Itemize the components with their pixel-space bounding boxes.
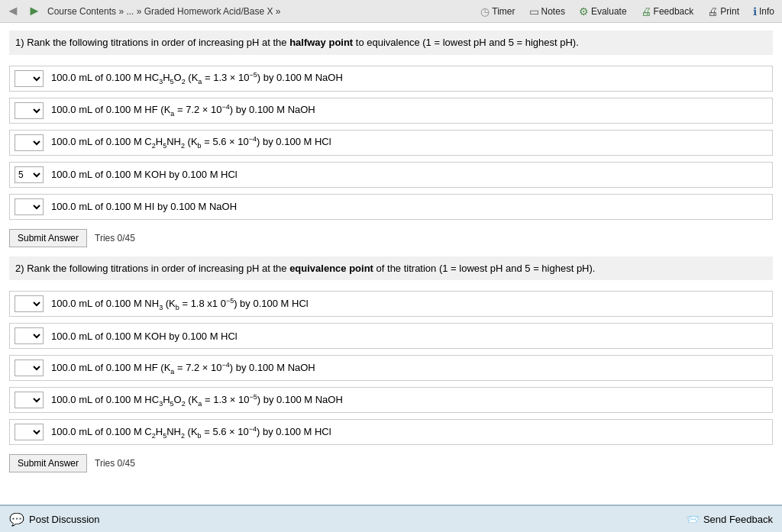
notes-button[interactable]: ▭ Notes [526,4,568,19]
q2-label-1: 100.0 mL of 0.100 M NH3 (Kb = 1.8 x1 0−5… [51,297,309,311]
q1-row-1: 1 2 3 4 5 100.0 mL of 0.100 M HC3H5O2 (K… [9,66,773,92]
question2-text: 2) Rank the following titrations in orde… [9,256,773,281]
q1-rank-select-5[interactable]: 1 2 3 4 5 [15,198,44,215]
toolbar: ◷ Timer ▭ Notes ⚙ Evaluate 🖨 Feedback 🖨 … [477,4,777,19]
q1-label-4: 100.0 mL of 0.100 M KOH by 0.100 M HCl [51,169,238,180]
q2-label-3: 100.0 mL of 0.100 M HF (Ka = 7.2 × 10−4)… [51,361,315,376]
q2-row-2: 1 2 3 4 5 100.0 mL of 0.100 M KOH by 0.1… [9,323,773,349]
q1-suffix: to equivalence (1 = lowest pH and 5 = hi… [353,37,579,48]
q1-bold: halfway point [289,37,353,48]
evaluate-label: Evaluate [591,6,627,17]
q1-row-4: 1 2 3 4 5 100.0 mL of 0.100 M KOH by 0.1… [9,162,773,188]
back-button[interactable]: ◄ [5,3,21,20]
timer-button[interactable]: ◷ Timer [477,4,518,19]
forward-button[interactable]: ► [26,3,43,20]
q2-label-4: 100.0 mL of 0.100 M HC3H5O2 (Ka = 1.3 × … [51,393,343,408]
q1-row-2: 1 2 3 4 5 100.0 mL of 0.100 M HF (Ka = 7… [9,98,773,124]
q2-label-2: 100.0 mL of 0.100 M KOH by 0.100 M HCl [51,330,238,342]
feedback-button[interactable]: 🖨 Feedback [638,4,697,19]
main-content: 1) Rank the following titrations in orde… [0,23,782,489]
notes-icon: ▭ [529,5,539,18]
q2-rank-select-1[interactable]: 1 2 3 4 5 [15,295,44,312]
info-icon: ℹ [753,5,757,18]
q2-row-1: 1 2 3 4 5 100.0 mL of 0.100 M NH3 (Kb = … [9,291,773,317]
q1-rank-select-2[interactable]: 1 2 3 4 5 [15,102,44,119]
q2-submit-button[interactable]: Submit Answer [9,454,87,472]
q1-prefix: 1) Rank the following titrations in orde… [15,37,289,48]
print-label: Print [720,6,739,17]
q2-row-5: 1 2 3 4 5 100.0 mL of 0.100 M C2H5NH2 (K… [9,419,773,445]
print-icon: 🖨 [707,5,718,18]
q1-tries: Tries 0/45 [95,233,135,243]
topbar: ◄ ► Course Contents » ... » Graded Homew… [0,0,782,23]
q2-rank-select-4[interactable]: 1 2 3 4 5 [15,392,44,408]
feedback-icon: 🖨 [641,5,651,18]
q2-tries: Tries 0/45 [95,458,135,469]
q1-rank-select-4[interactable]: 1 2 3 4 5 [15,166,44,183]
breadcrumb: Course Contents » ... » Graded Homework … [47,6,473,17]
q1-label-2: 100.0 mL of 0.100 M HF (Ka = 7.2 × 10−4)… [51,103,315,118]
q1-row-3: 1 2 3 4 5 100.0 mL of 0.100 M C2H5NH2 (K… [9,130,773,156]
info-label: Info [759,6,774,17]
q1-label-5: 100.0 mL of 0.100 M HI by 0.100 M NaOH [51,201,237,212]
q2-rank-select-5[interactable]: 1 2 3 4 5 [15,424,44,440]
q1-rank-select-3[interactable]: 1 2 3 4 5 [15,134,44,151]
evaluate-button[interactable]: ⚙ Evaluate [576,4,630,19]
q1-label-3: 100.0 mL of 0.100 M C2H5NH2 (Kb = 5.6 × … [51,135,331,150]
question1-text: 1) Rank the following titrations in orde… [9,31,773,55]
print-button[interactable]: 🖨 Print [704,4,742,19]
q1-submit-area: Submit Answer Tries 0/45 [9,229,773,247]
timer-label: Timer [492,6,515,17]
q1-submit-button[interactable]: Submit Answer [9,229,87,247]
evaluate-icon: ⚙ [579,5,589,18]
timer-icon: ◷ [480,5,490,18]
q2-label-5: 100.0 mL of 0.100 M C2H5NH2 (Kb = 5.6 × … [51,425,331,440]
q1-label-1: 100.0 mL of 0.100 M HC3H5O2 (Ka = 1.3 × … [51,71,343,85]
q2-submit-area: Submit Answer Tries 0/45 [9,454,773,472]
q1-rank-select-1[interactable]: 1 2 3 4 5 [15,70,44,87]
q2-prefix: 2) Rank the following titrations in orde… [15,263,289,274]
q2-suffix: of the titration (1 = lowest pH and 5 = … [373,263,596,274]
q2-row-4: 1 2 3 4 5 100.0 mL of 0.100 M HC3H5O2 (K… [9,387,773,413]
info-button[interactable]: ℹ Info [750,4,777,19]
q2-rank-select-2[interactable]: 1 2 3 4 5 [15,327,44,344]
back-icon: ◄ [6,3,20,19]
q2-rank-select-3[interactable]: 1 2 3 4 5 [15,360,44,376]
q2-bold: equivalence point [289,263,373,274]
q1-row-5: 1 2 3 4 5 100.0 mL of 0.100 M HI by 0.10… [9,194,773,220]
forward-icon: ► [27,3,41,19]
feedback-label: Feedback [654,6,694,17]
q2-row-3: 1 2 3 4 5 100.0 mL of 0.100 M HF (Ka = 7… [9,355,773,381]
notes-label: Notes [541,6,565,17]
